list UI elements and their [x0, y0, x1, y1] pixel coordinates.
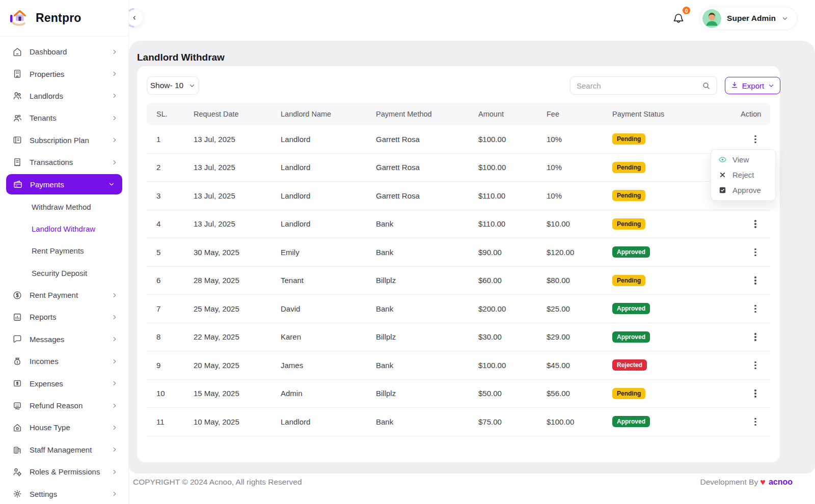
cell-method: Garrett Rosa [376, 135, 478, 144]
sidebar-item-transactions[interactable]: Transactions [0, 151, 128, 173]
staff-icon [12, 444, 22, 455]
expense-icon [12, 378, 22, 388]
sidebar-item-label: Incomes [30, 357, 59, 366]
status-badge: Pending [612, 275, 645, 286]
notification-count-badge: 0 [682, 6, 691, 15]
settings-icon [12, 489, 22, 499]
sidebar-item-dashboard[interactable]: Dashboard [0, 41, 128, 63]
column-header: Request Date [194, 110, 281, 118]
row-actions-kebab-button[interactable] [749, 415, 762, 428]
column-header: Action [741, 110, 770, 118]
acnoo-brand-link[interactable]: acnoo [769, 478, 793, 487]
search-input[interactable] [577, 81, 702, 90]
cell-method: Bank [376, 248, 478, 257]
sidebar-item-properties[interactable]: Properties [0, 63, 128, 85]
sidebar-item-reports[interactable]: Reports [0, 306, 128, 328]
cell-amount: $75.00 [478, 417, 547, 426]
cell-method: Billplz [376, 332, 478, 341]
show-per-page-label: Show- 10 [150, 81, 183, 90]
check-square-icon [718, 186, 727, 194]
chevron-right-icon [111, 490, 118, 497]
x-icon [718, 171, 727, 179]
sidebar-item-label: Refund Reason [30, 401, 83, 410]
row-actions-kebab-button[interactable] [749, 387, 762, 400]
sidebar-item-house-type[interactable]: House Type [0, 416, 128, 438]
table-row: 213 Jul, 2025LandlordGarrett Rosa$100.00… [147, 154, 770, 182]
row-actions-kebab-button[interactable] [749, 245, 762, 259]
row-actions-kebab-button[interactable] [749, 330, 762, 344]
table-row: 920 May, 2025JamesBank$100.00$45.00Rejec… [147, 351, 770, 380]
row-actions-kebab-button[interactable] [749, 217, 762, 231]
export-label: Export [742, 81, 764, 90]
notification-bell-button[interactable]: 0 [667, 7, 690, 30]
content-area: Landlord Withdraw Show- 10 Export SL.Req… [129, 41, 815, 473]
user-menu-button[interactable]: Super Admin [699, 7, 797, 30]
dashboard-icon [12, 47, 22, 57]
chevron-right-icon [111, 424, 118, 431]
brand: Rentpro [0, 0, 128, 37]
export-button[interactable]: Export [725, 77, 780, 94]
show-per-page-dropdown[interactable]: Show- 10 [147, 76, 199, 95]
sidebar-item-subscription-plan[interactable]: Subscription Plan [0, 129, 128, 151]
sidebar-item-settings[interactable]: Settings [0, 483, 128, 504]
sidebar-item-landlords[interactable]: Landlords [0, 85, 128, 107]
action-menu-item-reject[interactable]: Reject [711, 167, 775, 182]
chevron-down-icon [768, 82, 775, 89]
cell-sl: 5 [156, 248, 194, 257]
cell-date: 13 Jul, 2025 [194, 135, 281, 144]
sidebar-item-incomes[interactable]: Incomes [0, 350, 128, 372]
cell-date: 10 May, 2025 [194, 417, 281, 426]
sidebar-item-messages[interactable]: Messages [0, 328, 128, 350]
search-box [570, 76, 717, 95]
cell-amount: $90.00 [478, 248, 547, 257]
sidebar-item-expenses[interactable]: Expenses [0, 372, 128, 394]
table-row: 530 May, 2025EmilyBank$90.00$120.00Appro… [147, 238, 770, 267]
sidebar-subitem-withdraw-method[interactable]: Withdraw Method [0, 195, 128, 217]
sidebar-item-refund-reason[interactable]: Refund Reason [0, 395, 128, 416]
row-actions-kebab-button[interactable] [749, 132, 762, 146]
sidebar-subitem-landlord-withdraw[interactable]: Landlord Withdraw [0, 218, 128, 240]
cell-date: 20 May, 2025 [194, 361, 281, 370]
sidebar: Rentpro DashboardPropertiesLandlordsTena… [0, 0, 129, 504]
chevron-down-icon [781, 15, 789, 22]
cell-date: 30 May, 2025 [194, 248, 281, 257]
column-header: Payment Method [376, 110, 478, 118]
row-actions-kebab-button[interactable] [749, 274, 762, 287]
sidebar-item-label: Properties [30, 70, 64, 78]
row-actions-kebab-button[interactable] [749, 358, 762, 372]
status-badge: Pending [612, 190, 645, 201]
cell-fee: 10% [547, 135, 612, 144]
sidebar-item-roles-permissions[interactable]: Roles & Permissions [0, 461, 128, 483]
status-badge: Approved [612, 416, 650, 427]
cell-date: 15 May, 2025 [194, 389, 281, 398]
action-menu-item-approve[interactable]: Approve [711, 183, 775, 197]
sidebar-item-staff-management[interactable]: Staff Management [0, 439, 128, 461]
refund-icon [12, 401, 22, 411]
cell-fee: $56.00 [547, 389, 612, 398]
cell-fee: $80.00 [547, 276, 612, 285]
cell-method: Garrett Rosa [376, 191, 478, 200]
cell-name: David [281, 304, 376, 313]
table-row: 1015 May, 2025AdminBillplz$50.00$56.00Pe… [147, 380, 770, 408]
cell-sl: 1 [156, 135, 194, 144]
cell-date: 13 Jul, 2025 [194, 191, 281, 200]
sidebar-item-tenants[interactable]: Tenants [0, 107, 128, 129]
status-badge: Rejected [612, 359, 647, 371]
row-actions-kebab-button[interactable] [749, 302, 762, 315]
action-menu-item-view[interactable]: View [711, 153, 775, 167]
sidebar-item-rent-payment[interactable]: Rent Payment [0, 284, 128, 306]
cell-sl: 4 [156, 219, 194, 228]
sidebar-item-payments[interactable]: Payments [6, 174, 122, 194]
chevron-right-icon [111, 92, 118, 99]
chevron-right-icon [111, 314, 118, 321]
cell-sl: 8 [156, 332, 194, 341]
cell-fee: 10% [547, 163, 612, 172]
money-bag-icon [12, 356, 22, 367]
column-header: Payment Status [612, 110, 741, 118]
sidebar-subitem-security-deposit[interactable]: Security Deposit [0, 262, 128, 284]
sidebar-subitem-rent-payments[interactable]: Rent Payments [0, 240, 128, 262]
cell-name: Emily [281, 248, 376, 257]
table-row: 1110 May, 2025LandlordBank$75.00$100.00A… [147, 408, 770, 436]
action-menu-label: View [732, 155, 749, 164]
chevron-right-icon [111, 335, 118, 343]
